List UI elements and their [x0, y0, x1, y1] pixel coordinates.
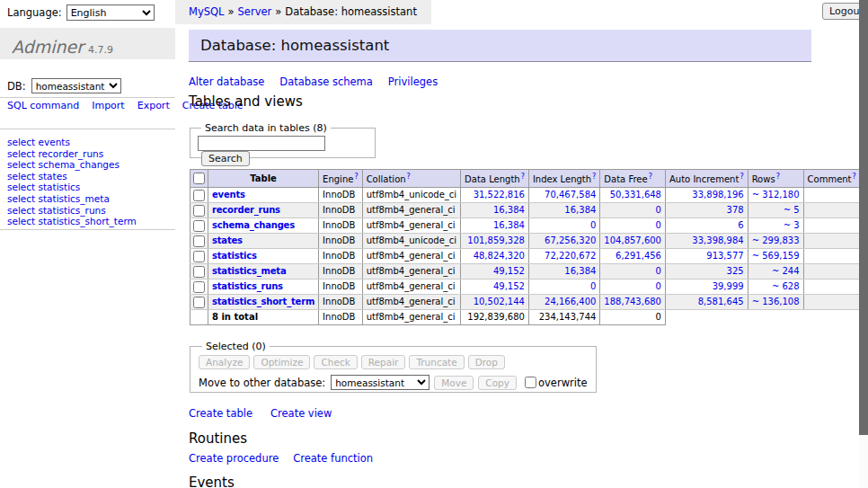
link-create-table[interactable]: Create table: [189, 407, 252, 420]
row-select-cell: [190, 279, 208, 295]
table-link-statistics-runs[interactable]: statistics_runs: [212, 281, 283, 291]
link-create-procedure[interactable]: Create procedure: [189, 452, 279, 465]
action-link-privileges[interactable]: Privileges: [388, 75, 438, 88]
sidebar-link-import[interactable]: Import: [92, 100, 125, 111]
move-db-select[interactable]: homeassistant: [331, 375, 430, 390]
row-checkbox[interactable]: [193, 297, 205, 308]
sidebar-link-select-states[interactable]: select states: [7, 171, 67, 182]
bulk-repair-button[interactable]: Repair: [361, 355, 406, 369]
table-link-statistics-short-term[interactable]: statistics_short_term: [212, 297, 314, 306]
column-label: Auto Increment: [669, 174, 739, 184]
cell-data-length: 101,859,328: [461, 234, 529, 249]
tables-table: TableEngine?Collation?Data Length?Index …: [190, 169, 861, 325]
breadcrumb-separator: »: [275, 5, 281, 18]
action-link-database-schema[interactable]: Database schema: [279, 75, 372, 88]
row-select-cell: [190, 203, 208, 218]
cell-collation: utf8mb4_general_ci: [362, 249, 460, 264]
search-button[interactable]: Search: [201, 151, 250, 166]
sidebar-table-item: select events: [7, 137, 137, 148]
row-checkbox[interactable]: [193, 190, 205, 201]
total-label-cell: 8 in total: [208, 310, 319, 325]
row-checkbox[interactable]: [193, 220, 205, 232]
help-link[interactable]: ?: [592, 173, 596, 181]
row-checkbox[interactable]: [193, 266, 205, 278]
row-checkbox[interactable]: [193, 205, 205, 217]
sidebar-link-sql-command[interactable]: SQL command: [7, 100, 79, 111]
help-link[interactable]: ?: [740, 173, 743, 181]
cell-table-name: statistics_meta: [208, 264, 319, 279]
cell-rows: ~ 3: [748, 218, 803, 234]
column-header-engine: Engine?: [319, 170, 363, 188]
sidebar-link-select-statistics-short-term[interactable]: select statistics_short_term: [7, 216, 137, 226]
cell-index-length: 0: [528, 218, 599, 234]
language-select[interactable]: English: [66, 4, 155, 21]
help-link[interactable]: ?: [354, 173, 358, 181]
bulk-check-button[interactable]: Check: [314, 355, 357, 369]
row-checkbox[interactable]: [193, 235, 205, 247]
breadcrumb-server-link[interactable]: Server: [238, 5, 272, 18]
sidebar-link-export[interactable]: Export: [137, 100, 170, 111]
bulk-truncate-button[interactable]: Truncate: [409, 355, 464, 369]
column-header-data-free: Data Free?: [600, 170, 666, 188]
table-row: statisticsInnoDButf8mb4_general_ci48,824…: [190, 249, 861, 264]
cell-data-free: 104,857,600: [600, 234, 666, 249]
table-link-statistics-meta[interactable]: statistics_meta: [212, 266, 286, 276]
sidebar-link-select-schema-changes[interactable]: select schema_changes: [7, 159, 120, 170]
cell-comment: [803, 203, 860, 218]
overwrite-checkbox[interactable]: [525, 377, 536, 388]
routines-title: Routines: [189, 430, 247, 447]
sidebar-divider: [0, 129, 175, 129]
help-link[interactable]: ?: [521, 173, 525, 181]
table-link-events[interactable]: events: [212, 190, 245, 200]
sidebar-link-select-statistics-runs[interactable]: select statistics_runs: [7, 205, 106, 216]
bulk-drop-button[interactable]: Drop: [468, 355, 505, 369]
sidebar-link-select-events[interactable]: select events: [7, 137, 70, 147]
vertical-scrollbar[interactable]: [859, 0, 868, 488]
sidebar-table-item: select statistics_runs: [7, 205, 137, 217]
sidebar-link-select-statistics-meta[interactable]: select statistics_meta: [7, 193, 110, 204]
row-select-cell: [190, 295, 208, 310]
search-input[interactable]: [198, 136, 325, 151]
cell-data-free: 0: [600, 218, 666, 234]
cell-engine: InnoDB: [319, 264, 363, 279]
move-button[interactable]: Move: [434, 376, 474, 390]
cell-index-length: 67,256,320: [528, 234, 599, 249]
bulk-analyze-button[interactable]: Analyze: [199, 355, 250, 369]
row-checkbox[interactable]: [193, 251, 205, 262]
db-select[interactable]: homeassistant: [31, 78, 121, 93]
copy-button[interactable]: Copy: [478, 376, 517, 390]
cell-rows: ~ 628: [748, 279, 803, 295]
column-header-comment: Comment?: [803, 170, 860, 188]
scrollbar-thumb[interactable]: [859, 0, 868, 435]
adminer-window: Language:English Adminer4.7.9 DB:homeass…: [0, 0, 868, 488]
table-link-schema-changes[interactable]: schema_changes: [212, 220, 295, 230]
action-link-alter-database[interactable]: Alter database: [189, 75, 264, 88]
routine-links: Create procedureCreate function: [189, 452, 387, 465]
table-link-recorder-runs[interactable]: recorder_runs: [212, 205, 280, 215]
row-checkbox[interactable]: [193, 281, 205, 293]
sidebar: Language:English Adminer4.7.9 DB:homeass…: [0, 0, 175, 488]
bulk-optimize-button[interactable]: Optimize: [253, 355, 310, 369]
selected-fieldset: Selected (0) AnalyzeOptimizeCheckRepairT…: [190, 341, 597, 393]
table-link-statistics[interactable]: statistics: [212, 251, 257, 261]
link-create-view[interactable]: Create view: [270, 407, 332, 420]
table-link-states[interactable]: states: [212, 235, 243, 245]
sidebar-table-item: select statistics_meta: [7, 193, 137, 205]
sidebar-link-select-statistics[interactable]: select statistics: [7, 182, 80, 192]
breadcrumb-mysql-link[interactable]: MySQL: [189, 5, 225, 18]
sidebar-link-select-recorder-runs[interactable]: select recorder_runs: [7, 148, 103, 159]
help-link[interactable]: ?: [776, 173, 780, 181]
cell-comment: [803, 188, 860, 203]
cell-index-length: 0: [528, 279, 599, 295]
sidebar-table-item: select schema_changes: [7, 159, 137, 171]
table-row: statistics_runsInnoDButf8mb4_general_ci4…: [190, 279, 861, 295]
cell-collation: utf8mb4_general_ci: [362, 279, 460, 295]
help-link[interactable]: ?: [649, 173, 652, 181]
help-link[interactable]: ?: [407, 173, 411, 181]
link-create-function[interactable]: Create function: [293, 452, 373, 465]
cell-table-name: states: [208, 234, 319, 249]
help-link[interactable]: ?: [853, 173, 856, 181]
select-all-checkbox[interactable]: [193, 173, 205, 184]
cell-data-length: 16,384: [461, 218, 529, 234]
cell-collation: utf8mb4_general_ci: [362, 203, 460, 218]
